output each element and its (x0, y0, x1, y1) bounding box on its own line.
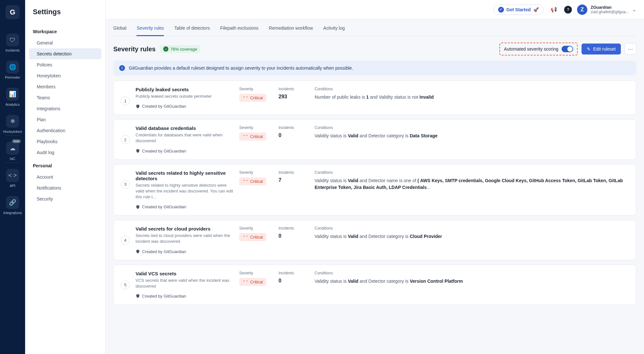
created-by: Created by GitGuardian (136, 249, 235, 254)
megaphone-icon[interactable]: 📢 (549, 5, 559, 15)
rule-description: Credentials for databases that were vali… (136, 132, 235, 144)
auto-scoring-label: Automated severity scoring (504, 46, 558, 52)
nav-api[interactable]: < >API (2, 165, 23, 191)
user-menu[interactable]: Z ZGuardian ziad.ghalleb@gitgua... ⌄ (577, 5, 636, 15)
menu-security[interactable]: Security (29, 193, 101, 204)
code-icon: < > (6, 169, 19, 182)
conditions-text: Validity status is Valid and Detector ca… (315, 133, 629, 139)
beta-badge: beta (12, 139, 21, 143)
flower-icon: ❄ (6, 115, 19, 128)
critical-icon: ⌃⌃ (242, 280, 248, 284)
tab-filepath-exclusions[interactable]: Filepath exclusions (220, 25, 259, 36)
rocket-icon: 🚀 (533, 7, 539, 12)
rule-title: Valid database credentials (136, 125, 235, 131)
severity-badge: ⌃⌃Critical (239, 177, 266, 185)
page-header: Severity rules ✓ 76% coverage Automated … (113, 36, 636, 61)
rule-card[interactable]: 5 Valid VCS secrets VCS secrets that wer… (113, 265, 636, 305)
severity-label: Severity (239, 170, 275, 175)
incidents-label: Incidents (279, 226, 311, 231)
rule-card[interactable]: 4 Valid secrets for cloud providers Secr… (113, 220, 636, 260)
more-actions-button[interactable]: ⋯ (625, 43, 636, 55)
menu-plan[interactable]: Plan (29, 114, 101, 125)
more-icon: ⋯ (628, 46, 633, 52)
conditions-label: Conditions (315, 271, 629, 275)
conditions-label: Conditions (315, 125, 629, 130)
incidents-count: 0 (279, 133, 311, 138)
incidents-label: Incidents (279, 271, 311, 275)
critical-icon: ⌃⌃ (242, 134, 248, 139)
menu-members[interactable]: Members (29, 81, 101, 92)
help-icon[interactable]: ? (564, 6, 572, 14)
menu-notifications[interactable]: Notifications (29, 182, 101, 193)
severity-badge: ⌃⌃Critical (239, 133, 266, 141)
chart-icon: 📊 (6, 88, 19, 101)
rule-card[interactable]: 2 Valid database credentials Credentials… (113, 119, 636, 159)
pencil-icon: ✎ (587, 46, 591, 52)
critical-icon: ⌃⌃ (242, 235, 248, 239)
chevron-down-icon: ⌄ (632, 6, 636, 13)
menu-account[interactable]: Account (29, 172, 101, 182)
tab-remediation-workflow[interactable]: Remediation workflow (269, 25, 313, 36)
menu-playbooks[interactable]: Playbooks (29, 136, 101, 147)
menu-authentication[interactable]: Authentication (29, 125, 101, 136)
menu-policies[interactable]: Policies (29, 59, 101, 70)
conditions-text: Number of public leaks is 1 and Validity… (315, 94, 629, 101)
tab-severity-rules[interactable]: Severity rules (137, 25, 164, 36)
tab-activity-log[interactable]: Activity log (323, 25, 345, 36)
app-logo[interactable]: G (5, 5, 20, 19)
rule-number: 4 (121, 236, 130, 245)
personal-label: Personal (25, 158, 105, 172)
nav-label: Perimeter (5, 75, 20, 79)
severity-label: Severity (239, 87, 275, 91)
nav-analytics[interactable]: 📊Analytics (2, 84, 23, 110)
user-name: ZGuardian (591, 5, 629, 10)
menu-honeytoken[interactable]: Honeytoken (29, 70, 101, 81)
avatar: Z (577, 5, 587, 15)
menu-integrations[interactable]: Integrations (29, 103, 101, 114)
nav-incidents[interactable]: 🛡Incidents (2, 30, 23, 55)
severity-label: Severity (239, 271, 275, 275)
shield-icon (136, 294, 140, 298)
menu-teams[interactable]: Teams (29, 92, 101, 103)
nav-label: IaC (10, 157, 15, 161)
rule-title: Valid secrets for cloud providers (136, 226, 235, 231)
rule-card[interactable]: 3 Valid secrets related to highly sensit… (113, 164, 636, 216)
critical-icon: ⌃⌃ (242, 179, 248, 183)
topbar: ✓ Get Started 🚀 📢 ? Z ZGuardian ziad.gha… (106, 0, 644, 19)
menu-general[interactable]: General (29, 37, 101, 48)
check-icon: ✓ (163, 46, 168, 52)
nav-label: Honeytoken (3, 130, 22, 133)
get-started-button[interactable]: ✓ Get Started 🚀 (493, 5, 544, 15)
coverage-badge: ✓ 76% coverage (160, 45, 200, 53)
conditions-text: Validity status is Valid and Detector ca… (315, 233, 629, 240)
created-by: Created by GitGuardian (136, 149, 235, 153)
rule-description: VCS secrets that were valid when the inc… (136, 278, 235, 289)
info-icon: i (119, 65, 125, 71)
tab-global[interactable]: Global (113, 25, 126, 36)
rule-number: 5 (121, 280, 130, 290)
conditions-label: Conditions (315, 87, 629, 91)
shield-icon (136, 104, 140, 109)
auto-scoring-toggle[interactable] (562, 46, 573, 52)
menu-secrets-detection[interactable]: Secrets detection (29, 48, 101, 59)
nav-integrations[interactable]: 🔗Integrations (2, 192, 23, 218)
incidents-count: 7 (279, 177, 311, 183)
rule-title: Valid secrets related to highly sensitiv… (136, 170, 235, 181)
tab-table-of-detectors[interactable]: Table of detectors (174, 25, 210, 36)
nav-label: Incidents (5, 48, 20, 52)
menu-audit-log[interactable]: Audit log (29, 147, 101, 158)
severity-label: Severity (239, 226, 275, 231)
conditions-label: Conditions (315, 170, 629, 175)
rule-card[interactable]: 1 Publicly leaked secrets Publicly leake… (113, 81, 636, 115)
incidents-label: Incidents (279, 87, 311, 91)
info-text: GitGuardian provides a default ruleset d… (129, 65, 353, 71)
severity-badge: ⌃⌃Critical (239, 94, 266, 102)
nav-perimeter[interactable]: 🌐Perimeter (2, 57, 23, 83)
rule-title: Valid VCS secrets (136, 271, 235, 276)
edit-ruleset-button[interactable]: ✎ Edit ruleset (582, 44, 621, 54)
rule-description: Secrets related to highly sensitive dete… (136, 182, 235, 200)
globe-icon: 🌐 (6, 61, 19, 74)
nav-iac[interactable]: beta☁IaC (2, 138, 23, 164)
settings-sidebar: Settings Workspace GeneralSecrets detect… (25, 0, 106, 322)
nav-honeytoken[interactable]: ❄Honeytoken (2, 111, 23, 137)
